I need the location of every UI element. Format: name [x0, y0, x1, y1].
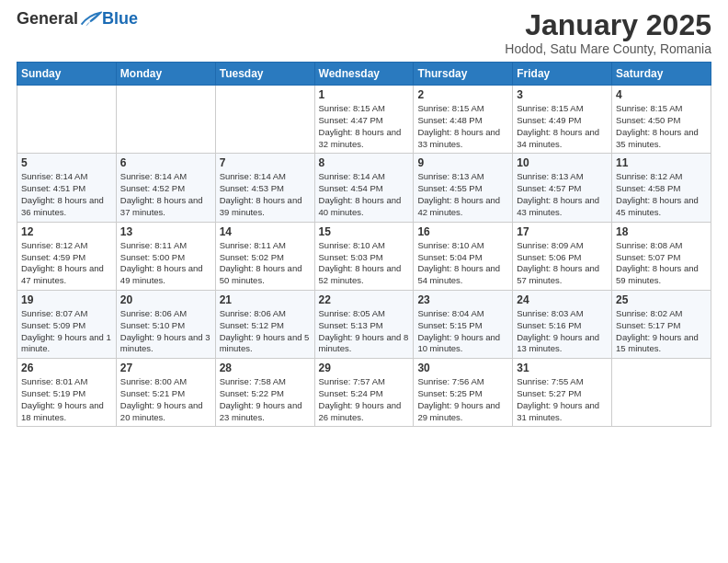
week-row-2: 5Sunrise: 8:14 AM Sunset: 4:51 PM Daylig…	[17, 154, 711, 222]
calendar-cell	[17, 86, 117, 154]
calendar-cell: 20Sunrise: 8:06 AM Sunset: 5:10 PM Dayli…	[116, 290, 215, 358]
calendar-cell: 4Sunrise: 8:15 AM Sunset: 4:50 PM Daylig…	[612, 86, 711, 154]
calendar-cell: 16Sunrise: 8:10 AM Sunset: 5:04 PM Dayli…	[414, 222, 513, 290]
day-number: 25	[616, 293, 707, 306]
calendar-cell: 7Sunrise: 8:14 AM Sunset: 4:53 PM Daylig…	[215, 154, 314, 222]
day-number: 28	[220, 362, 311, 374]
day-info: Sunrise: 8:07 AM Sunset: 5:09 PM Dayligh…	[21, 308, 112, 355]
day-number: 18	[616, 225, 707, 238]
header-wednesday: Wednesday	[314, 63, 414, 86]
header: General Blue January 2025 Hodod, Satu Ma…	[17, 9, 711, 56]
day-number: 7	[220, 156, 311, 169]
calendar-cell: 19Sunrise: 8:07 AM Sunset: 5:09 PM Dayli…	[17, 290, 117, 358]
calendar-cell: 9Sunrise: 8:13 AM Sunset: 4:55 PM Daylig…	[414, 154, 513, 222]
week-row-5: 26Sunrise: 8:01 AM Sunset: 5:19 PM Dayli…	[17, 359, 711, 427]
calendar-cell: 3Sunrise: 8:15 AM Sunset: 4:49 PM Daylig…	[513, 86, 612, 154]
header-monday: Monday	[116, 63, 215, 86]
day-info: Sunrise: 8:00 AM Sunset: 5:21 PM Dayligh…	[120, 376, 211, 423]
day-info: Sunrise: 8:06 AM Sunset: 5:10 PM Dayligh…	[120, 308, 211, 355]
calendar-cell: 13Sunrise: 8:11 AM Sunset: 5:00 PM Dayli…	[116, 222, 215, 290]
calendar-cell: 8Sunrise: 8:14 AM Sunset: 4:54 PM Daylig…	[314, 154, 414, 222]
calendar-cell: 27Sunrise: 8:00 AM Sunset: 5:21 PM Dayli…	[116, 359, 215, 427]
calendar-cell: 6Sunrise: 8:14 AM Sunset: 4:52 PM Daylig…	[116, 154, 215, 222]
day-number: 16	[417, 225, 508, 238]
calendar-cell: 28Sunrise: 7:58 AM Sunset: 5:22 PM Dayli…	[215, 359, 314, 427]
day-number: 12	[21, 225, 112, 238]
day-info: Sunrise: 8:03 AM Sunset: 5:16 PM Dayligh…	[517, 308, 608, 355]
calendar-subtitle: Hodod, Satu Mare County, Romania	[505, 41, 711, 56]
calendar-cell: 5Sunrise: 8:14 AM Sunset: 4:51 PM Daylig…	[17, 154, 117, 222]
day-info: Sunrise: 7:58 AM Sunset: 5:22 PM Dayligh…	[220, 376, 311, 423]
day-number: 26	[21, 362, 112, 374]
calendar-cell: 21Sunrise: 8:06 AM Sunset: 5:12 PM Dayli…	[215, 290, 314, 358]
week-row-3: 12Sunrise: 8:12 AM Sunset: 4:59 PM Dayli…	[17, 222, 711, 290]
day-info: Sunrise: 8:10 AM Sunset: 5:03 PM Dayligh…	[319, 240, 410, 287]
day-info: Sunrise: 8:11 AM Sunset: 5:00 PM Dayligh…	[120, 240, 211, 287]
title-block: January 2025 Hodod, Satu Mare County, Ro…	[505, 9, 711, 56]
day-info: Sunrise: 8:14 AM Sunset: 4:52 PM Dayligh…	[120, 171, 211, 218]
day-number: 31	[517, 362, 608, 374]
calendar-cell: 18Sunrise: 8:08 AM Sunset: 5:07 PM Dayli…	[612, 222, 711, 290]
day-number: 2	[417, 88, 508, 101]
day-info: Sunrise: 8:06 AM Sunset: 5:12 PM Dayligh…	[220, 308, 311, 355]
day-number: 27	[120, 362, 211, 374]
calendar-cell: 14Sunrise: 8:11 AM Sunset: 5:02 PM Dayli…	[215, 222, 314, 290]
header-thursday: Thursday	[414, 63, 513, 86]
day-info: Sunrise: 8:12 AM Sunset: 4:59 PM Dayligh…	[21, 240, 112, 287]
day-info: Sunrise: 8:02 AM Sunset: 5:17 PM Dayligh…	[616, 308, 707, 355]
header-friday: Friday	[513, 63, 612, 86]
day-number: 9	[417, 156, 508, 169]
calendar-cell: 29Sunrise: 7:57 AM Sunset: 5:24 PM Dayli…	[314, 359, 414, 427]
day-info: Sunrise: 7:57 AM Sunset: 5:24 PM Dayligh…	[319, 376, 410, 423]
calendar-cell: 25Sunrise: 8:02 AM Sunset: 5:17 PM Dayli…	[612, 290, 711, 358]
day-info: Sunrise: 8:15 AM Sunset: 4:47 PM Dayligh…	[319, 103, 410, 150]
day-info: Sunrise: 8:08 AM Sunset: 5:07 PM Dayligh…	[616, 240, 707, 287]
page: General Blue January 2025 Hodod, Satu Ma…	[0, 0, 728, 563]
calendar-cell: 1Sunrise: 8:15 AM Sunset: 4:47 PM Daylig…	[314, 86, 414, 154]
day-number: 14	[220, 225, 311, 238]
day-number: 17	[517, 225, 608, 238]
day-info: Sunrise: 8:10 AM Sunset: 5:04 PM Dayligh…	[417, 240, 508, 287]
logo: General Blue	[17, 9, 138, 29]
day-info: Sunrise: 8:15 AM Sunset: 4:49 PM Dayligh…	[517, 103, 608, 150]
day-info: Sunrise: 8:15 AM Sunset: 4:50 PM Dayligh…	[616, 103, 707, 150]
logo-blue-text: Blue	[102, 9, 138, 29]
calendar-cell: 31Sunrise: 7:55 AM Sunset: 5:27 PM Dayli…	[513, 359, 612, 427]
day-info: Sunrise: 8:13 AM Sunset: 4:55 PM Dayligh…	[417, 171, 508, 218]
calendar-cell: 11Sunrise: 8:12 AM Sunset: 4:58 PM Dayli…	[612, 154, 711, 222]
calendar-cell	[116, 86, 215, 154]
day-number: 20	[120, 293, 211, 306]
calendar-title: January 2025	[505, 9, 711, 41]
calendar-cell: 2Sunrise: 8:15 AM Sunset: 4:48 PM Daylig…	[414, 86, 513, 154]
day-info: Sunrise: 8:09 AM Sunset: 5:06 PM Dayligh…	[517, 240, 608, 287]
calendar-cell	[612, 359, 711, 427]
calendar-cell: 26Sunrise: 8:01 AM Sunset: 5:19 PM Dayli…	[17, 359, 117, 427]
day-number: 11	[616, 156, 707, 169]
calendar-table: Sunday Monday Tuesday Wednesday Thursday…	[17, 62, 711, 427]
day-info: Sunrise: 8:14 AM Sunset: 4:54 PM Dayligh…	[319, 171, 410, 218]
calendar-cell: 17Sunrise: 8:09 AM Sunset: 5:06 PM Dayli…	[513, 222, 612, 290]
day-info: Sunrise: 8:15 AM Sunset: 4:48 PM Dayligh…	[417, 103, 508, 150]
header-tuesday: Tuesday	[215, 63, 314, 86]
day-number: 29	[319, 362, 410, 374]
calendar-cell: 12Sunrise: 8:12 AM Sunset: 4:59 PM Dayli…	[17, 222, 117, 290]
day-info: Sunrise: 8:11 AM Sunset: 5:02 PM Dayligh…	[220, 240, 311, 287]
header-saturday: Saturday	[612, 63, 711, 86]
week-row-1: 1Sunrise: 8:15 AM Sunset: 4:47 PM Daylig…	[17, 86, 711, 154]
day-number: 22	[319, 293, 410, 306]
day-info: Sunrise: 8:14 AM Sunset: 4:51 PM Dayligh…	[21, 171, 112, 218]
day-number: 1	[319, 88, 410, 101]
day-info: Sunrise: 8:05 AM Sunset: 5:13 PM Dayligh…	[319, 308, 410, 355]
calendar-cell: 10Sunrise: 8:13 AM Sunset: 4:57 PM Dayli…	[513, 154, 612, 222]
day-info: Sunrise: 8:14 AM Sunset: 4:53 PM Dayligh…	[220, 171, 311, 218]
day-info: Sunrise: 8:13 AM Sunset: 4:57 PM Dayligh…	[517, 171, 608, 218]
day-number: 21	[220, 293, 311, 306]
calendar-cell: 23Sunrise: 8:04 AM Sunset: 5:15 PM Dayli…	[414, 290, 513, 358]
week-row-4: 19Sunrise: 8:07 AM Sunset: 5:09 PM Dayli…	[17, 290, 711, 358]
day-number: 10	[517, 156, 608, 169]
day-number: 8	[319, 156, 410, 169]
logo-general-text: General	[17, 9, 78, 29]
day-info: Sunrise: 8:12 AM Sunset: 4:58 PM Dayligh…	[616, 171, 707, 218]
calendar-cell: 24Sunrise: 8:03 AM Sunset: 5:16 PM Dayli…	[513, 290, 612, 358]
day-info: Sunrise: 8:01 AM Sunset: 5:19 PM Dayligh…	[21, 376, 112, 423]
